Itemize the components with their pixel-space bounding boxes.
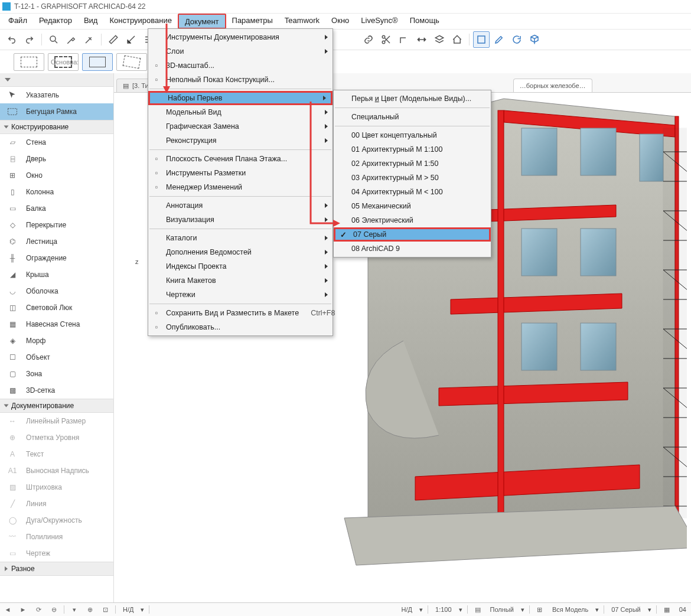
measure-icon[interactable] <box>123 31 139 48</box>
menu-options[interactable]: Параметры <box>226 14 279 29</box>
redo-icon[interactable] <box>21 31 38 48</box>
status-full[interactable]: Полный <box>488 606 516 613</box>
grid-icon[interactable]: ▦ <box>661 604 672 615</box>
syringe-icon[interactable] <box>81 31 97 48</box>
pensets-item-9[interactable]: ✓07 Серый <box>334 227 491 242</box>
zoom-percent-icon[interactable]: ▾ <box>69 604 80 615</box>
pensets-item-4[interactable]: 02 Архитектурный М 1:50 <box>334 157 491 171</box>
history-back-icon[interactable]: ◄ <box>2 604 13 615</box>
stretch-icon[interactable] <box>413 31 430 48</box>
menu-view[interactable]: Вид <box>78 14 104 29</box>
tool-morph[interactable]: ◈Морф <box>0 333 113 349</box>
status-model[interactable]: Вся Модель <box>550 606 591 613</box>
marquee-mode-4[interactable] <box>116 53 147 71</box>
pensets-item-1[interactable]: Специальный <box>334 110 491 124</box>
tool-stair[interactable]: ⌬Лестница <box>0 233 113 250</box>
status-nd2[interactable]: Н/Д <box>399 606 415 613</box>
home-icon[interactable] <box>449 31 465 48</box>
tool-window[interactable]: ⊞Окно <box>0 167 113 184</box>
tool-dimension[interactable]: ↔Линейный Размер <box>0 413 113 429</box>
document-menu-item-19[interactable]: ▫Опубликовать... <box>148 320 333 334</box>
document-menu-item-6[interactable]: Графическая Замена <box>148 119 333 133</box>
tool-mesh[interactable]: ▩3D-сетка <box>0 382 113 399</box>
document-menu-item-15[interactable]: Индексы Проекта <box>148 259 333 273</box>
link-icon[interactable] <box>360 31 377 48</box>
cube-icon[interactable] <box>526 31 543 48</box>
refresh-icon[interactable] <box>509 31 525 48</box>
status-penset[interactable]: 07 Серый <box>609 606 643 613</box>
menu-document[interactable]: Документ <box>178 14 226 29</box>
eyedropper-icon[interactable] <box>63 31 80 48</box>
pensets-item-2[interactable]: 00 Цвет концептуальный <box>334 128 491 142</box>
document-menu-item-1[interactable]: Слои <box>148 44 333 58</box>
pensets-item-8[interactable]: 06 Электрический <box>334 213 491 227</box>
pensets-item-3[interactable]: 01 Архитектурный М 1:100 <box>334 142 491 157</box>
zone-icon[interactable] <box>473 31 490 48</box>
tool-door[interactable]: ⌸Дверь <box>0 151 113 167</box>
tool-column[interactable]: ▯Колонна <box>0 184 113 200</box>
zoom-out-icon[interactable]: ⊖ <box>48 604 59 615</box>
document-menu-item-11[interactable]: Аннотация <box>148 198 333 213</box>
document-menu-item-3[interactable]: ▫Неполный Показ Конструкций... <box>148 73 333 87</box>
pensets-item-6[interactable]: 04 Архитектурный М < 100 <box>334 185 491 199</box>
document-menu-item-17[interactable]: Чертежи <box>148 288 333 302</box>
tool-skylight[interactable]: ◫Световой Люк <box>0 299 113 316</box>
menu-design[interactable]: Конструирование <box>103 14 177 29</box>
tool-marquee[interactable]: Бегущая Рамка <box>0 103 113 120</box>
tool-shell[interactable]: ◡Оболочка <box>0 283 113 299</box>
tool-level[interactable]: ⊕Отметка Уровня <box>0 429 113 446</box>
status-orientation[interactable]: Н/Д <box>120 606 136 613</box>
tool-arc[interactable]: ◯Дуга/Окружность <box>0 512 113 529</box>
menu-window[interactable]: Окно <box>325 14 355 29</box>
layers-icon[interactable] <box>431 31 448 48</box>
document-menu-item-18[interactable]: ▫Сохранить Вид и Разместить в МакетеCtrl… <box>148 306 333 320</box>
zoom-in-icon[interactable]: ⊕ <box>84 604 95 615</box>
menu-file[interactable]: Файл <box>2 14 33 29</box>
zoom-refresh-icon[interactable]: ⟳ <box>33 604 44 615</box>
history-fwd-icon[interactable]: ► <box>18 604 28 615</box>
corner-icon[interactable] <box>396 31 412 48</box>
menu-help[interactable]: Помощь <box>404 14 445 29</box>
section-design[interactable]: Конструирование <box>0 120 113 134</box>
toolbox-header[interactable] <box>0 73 113 87</box>
scissors-icon[interactable] <box>378 31 395 48</box>
document-menu-item-0[interactable]: Инструменты Документирования <box>148 30 333 44</box>
pensets-item-7[interactable]: 05 Механический <box>334 199 491 213</box>
tool-polyline[interactable]: 〰Полилиния <box>0 529 113 545</box>
tool-label[interactable]: A1Выносная Надпись <box>0 462 113 479</box>
tool-pointer[interactable]: Указатель <box>0 87 113 103</box>
undo-icon[interactable] <box>4 31 20 48</box>
model-icon[interactable]: ⊞ <box>534 604 545 615</box>
document-menu-item-9[interactable]: ▫Инструменты Разметки <box>148 166 333 180</box>
document-menu-item-16[interactable]: Книга Макетов <box>148 273 333 288</box>
document-menu-item-2[interactable]: ▫3D-масштаб... <box>148 58 333 73</box>
document-menu-item-12[interactable]: Визуализация <box>148 213 333 227</box>
pensets-item-0[interactable]: Перья и Цвет (Модельные Виды)... <box>334 92 491 106</box>
tool-line[interactable]: ╱Линия <box>0 496 113 512</box>
tool-drawing[interactable]: ▭Чертеж <box>0 545 113 562</box>
tool-railing[interactable]: ╫Ограждение <box>0 250 113 266</box>
section-misc[interactable]: Разное <box>0 562 113 576</box>
section-icon[interactable]: ▤ <box>472 604 483 615</box>
ruler-icon[interactable] <box>105 31 122 48</box>
document-menu-item-14[interactable]: Дополнения Ведомостей <box>148 245 333 259</box>
pensets-item-10[interactable]: 08 ArchiCAD 9 <box>334 242 491 256</box>
tool-zone[interactable]: ▢Зона <box>0 366 113 382</box>
edit-icon[interactable] <box>491 31 507 48</box>
tab-3d[interactable]: …борных железобе… <box>513 79 592 92</box>
tool-fill[interactable]: ▨Штриховка <box>0 479 113 496</box>
tool-roof[interactable]: ◢Крыша <box>0 266 113 283</box>
menu-teamwork[interactable]: Teamwork <box>279 14 325 29</box>
document-menu-item-10[interactable]: ▫Менеджер Изменений <box>148 180 333 194</box>
document-menu-item-8[interactable]: ▫Плоскость Сечения Плана Этажа... <box>148 152 333 166</box>
section-document[interactable]: Документирование <box>0 399 113 413</box>
menu-livesync[interactable]: LiveSync® <box>355 14 403 29</box>
tool-slab[interactable]: ◇Перекрытие <box>0 217 113 233</box>
document-menu-item-13[interactable]: Каталоги <box>148 231 333 245</box>
tool-wall[interactable]: ▱Стена <box>0 134 113 151</box>
tool-text[interactable]: AТекст <box>0 446 113 462</box>
tool-curtainwall[interactable]: ▦Навесная Стена <box>0 316 113 333</box>
marquee-mode-1[interactable] <box>14 53 44 71</box>
document-menu-item-7[interactable]: Реконструкция <box>148 133 333 148</box>
menu-editor[interactable]: Редактор <box>33 14 78 29</box>
